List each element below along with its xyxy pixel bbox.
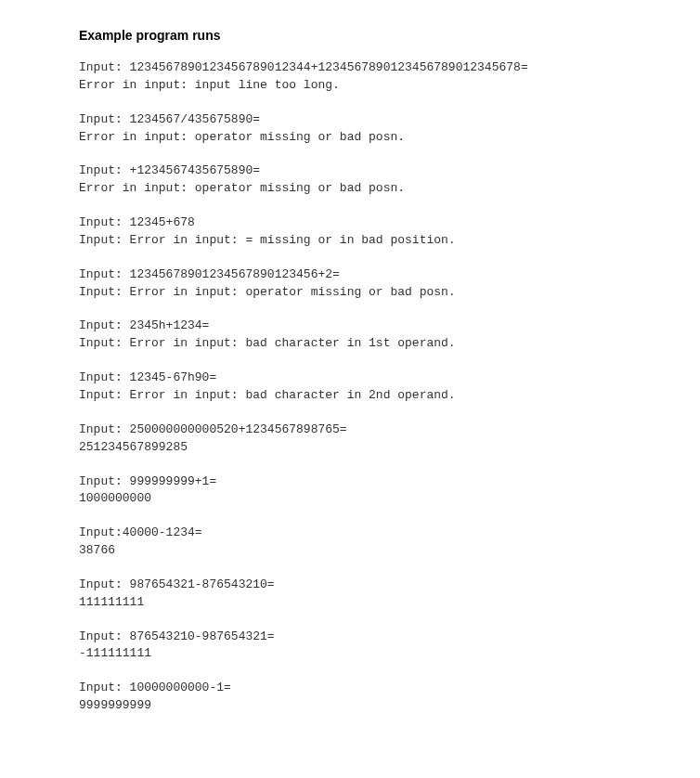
run-output-line: 38766 [79, 542, 621, 560]
run-block: Input: 10000000000-1= 9999999999 [79, 680, 621, 715]
run-input-line: Input: 12345+678 [79, 214, 621, 232]
run-input-line: Input: 1234567/435675890= [79, 111, 621, 129]
run-output-line: Input: Error in input: operator missing … [79, 284, 621, 302]
run-input-line: Input: 250000000000520+1234567898765= [79, 421, 621, 439]
run-input-line: Input: 2345h+1234= [79, 318, 621, 335]
run-block: Input: 987654321-876543210= 111111111 [79, 577, 621, 612]
example-runs-container: Input: 1234567890123456789012344+1234567… [79, 59, 621, 715]
run-input-line: Input: 1234567890123456789012344+1234567… [79, 59, 621, 77]
run-input-line: Input: 10000000000-1= [79, 680, 621, 697]
run-output-line: 111111111 [79, 594, 621, 612]
run-input-line: Input: +1234567435675890= [79, 162, 621, 180]
run-output-line: Input: Error in input: bad character in … [79, 335, 621, 353]
run-output-line: 9999999999 [79, 697, 621, 715]
run-output-line: 1000000000 [79, 490, 621, 508]
run-block: Input: 876543210-987654321= -111111111 [79, 629, 621, 664]
run-input-line: Input: 12345678901234567890123456+2= [79, 266, 621, 284]
run-block: Input: 1234567/435675890= Error in input… [79, 111, 621, 147]
section-heading: Example program runs [79, 28, 621, 43]
run-input-line: Input: 876543210-987654321= [79, 629, 621, 646]
run-output-line: -111111111 [79, 645, 621, 663]
run-block: Input: 12345678901234567890123456+2= Inp… [79, 266, 621, 302]
run-block: Input: 12345-67h90= Input: Error in inpu… [79, 370, 621, 405]
run-input-line: Input:40000-1234= [79, 525, 621, 542]
run-input-line: Input: 12345-67h90= [79, 370, 621, 387]
run-input-line: Input: 987654321-876543210= [79, 577, 621, 594]
run-block: Input: 2345h+1234= Input: Error in input… [79, 318, 621, 353]
run-input-line: Input: 999999999+1= [79, 473, 621, 491]
run-output-line: 251234567899285 [79, 439, 621, 457]
run-output-line: Input: Error in input: bad character in … [79, 387, 621, 405]
run-output-line: Input: Error in input: = missing or in b… [79, 232, 621, 250]
run-block: Input: 12345+678 Input: Error in input: … [79, 214, 621, 250]
run-block: Input: 1234567890123456789012344+1234567… [79, 59, 621, 95]
run-output-line: Error in input: operator missing or bad … [79, 180, 621, 198]
run-block: Input: 250000000000520+1234567898765= 25… [79, 421, 621, 457]
run-output-line: Error in input: operator missing or bad … [79, 129, 621, 147]
run-block: Input:40000-1234= 38766 [79, 525, 621, 560]
run-output-line: Error in input: input line too long. [79, 77, 621, 95]
run-block: Input: 999999999+1= 1000000000 [79, 473, 621, 509]
run-block: Input: +1234567435675890= Error in input… [79, 162, 621, 198]
